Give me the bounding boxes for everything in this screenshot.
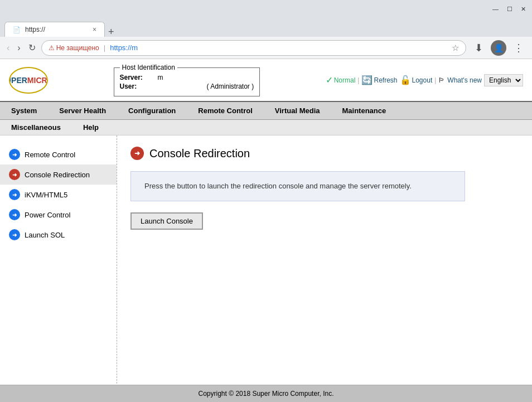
flag-icon: 🏳 [438,76,445,84]
maximize-button[interactable]: ☐ [505,5,514,13]
page-title: Console Redirection [149,147,250,160]
user-avatar[interactable]: 👤 [491,40,506,56]
title-arrow-icon: ➜ [134,149,140,157]
sub-nav-link-help[interactable]: Help [72,120,110,135]
server-value: m [158,74,163,81]
sidebar-item-console-redirection[interactable]: ➜ Console Redirection [0,164,117,185]
menu-button[interactable]: ⋮ [510,39,528,57]
info-text: Press the button to launch the redirecti… [144,182,412,190]
launch-console-button[interactable]: Launch Console [130,212,203,230]
browser-chrome: — ☐ ✕ 📄 https:// × + ‹ › ↻ ⚠ Не защищено… [0,0,532,59]
toolbar-right: ⬇ 👤 ⋮ [470,39,528,57]
page-title-row: ➜ Console Redirection [130,147,519,160]
sidebar-icon-console-redirection: ➜ [9,169,20,180]
sub-nav: Miscellaneous Help [0,120,532,135]
nav-link-system[interactable]: System [0,102,48,119]
sidebar-icon-launch-sol: ➜ [9,229,20,240]
refresh-link[interactable]: 🔄 Refresh [361,75,397,85]
sidebar-item-ikvm[interactable]: ➜ iKVM/HTML5 [0,185,117,205]
header-divider-2: | [434,76,436,84]
arrow-icon: ➜ [12,152,17,158]
user-row: User: ( Administrator ) [120,83,254,90]
status-text: Normal [334,76,356,84]
active-tab[interactable]: 📄 https:// × [4,22,105,37]
page-content: SUPERMICRO® Host Identification Server: … [0,59,532,392]
nav-link-virtual-media[interactable]: Virtual Media [264,102,331,119]
close-button[interactable]: ✕ [519,5,528,13]
main-content: ➜ Console Redirection Press the button t… [117,135,532,392]
download-button[interactable]: ⬇ [470,39,487,57]
security-warning: ⚠ Не защищено [49,44,99,52]
logo-text: SUPERMICRO® [9,76,48,85]
back-button[interactable]: ‹ [4,41,12,55]
sidebar-label-power-control: Power Control [25,211,70,219]
nav-link-remote-control[interactable]: Remote Control [187,102,264,119]
refresh-button[interactable]: ↻ [26,40,38,55]
sidebar-icon-remote-control: ➜ [9,149,20,160]
sidebar-label-remote-control: Remote Control [25,151,75,159]
avatar-icon: 👤 [494,43,504,52]
forward-button[interactable]: › [15,41,22,55]
menu-dots-icon: ⋮ [514,42,524,54]
sidebar-icon-ikvm: ➜ [9,189,20,200]
sidebar-label-launch-sol: Launch SOL [25,231,65,239]
status-normal: ✓ Normal [326,75,356,85]
browser-toolbar: ‹ › ↻ ⚠ Не защищено | https://m ☆ ⬇ 👤 ⋮ [0,37,532,59]
whats-new-link[interactable]: What's new [447,76,482,84]
browser-tabbar: 📄 https:// × + [0,18,532,37]
page-layout: ➜ Remote Control ➜ Console Redirection ➜… [0,135,532,392]
download-icon: ⬇ [475,42,483,54]
sub-nav-item-help[interactable]: Help [72,120,110,135]
logout-icon: 🔓 [400,75,411,85]
logo-box: SUPERMICRO® [9,67,48,94]
nav-link-maintenance[interactable]: Maintenance [331,102,397,119]
logout-link[interactable]: 🔓 Logout [400,75,433,85]
browser-titlebar: — ☐ ✕ [0,0,532,18]
language-select[interactable]: English [484,74,523,86]
arrow-icon-power: ➜ [12,212,17,218]
nav-item-system[interactable]: System [0,102,48,119]
server-row: Server: m [120,74,254,81]
sidebar-label-ikvm: iKVM/HTML5 [25,191,67,199]
logout-text: Logout [412,76,433,84]
arrow-icon-red: ➜ [12,172,17,178]
sub-nav-link-misc[interactable]: Miscellaneous [0,120,72,135]
new-tab-button[interactable]: + [108,27,114,37]
header-divider-1: | [357,76,359,84]
bookmark-star[interactable]: ☆ [452,43,459,53]
tab-close-button[interactable]: × [93,26,96,33]
site-header: SUPERMICRO® Host Identification Server: … [0,59,532,102]
main-nav: System Server Health Configuration Remot… [0,102,532,120]
user-label: User: [120,83,153,90]
sidebar: ➜ Remote Control ➜ Console Redirection ➜… [0,135,117,392]
status-check-icon: ✓ [326,75,333,85]
user-role: ( Administrator ) [207,83,254,90]
copyright-text: Copyright © 2018 Super Micro Computer, I… [199,390,334,398]
sidebar-icon-power-control: ➜ [9,209,20,220]
sidebar-item-power-control[interactable]: ➜ Power Control [0,205,117,225]
sidebar-item-launch-sol[interactable]: ➜ Launch SOL [0,225,117,245]
warning-text: Не защищено [56,44,99,52]
address-separator: | [104,43,105,52]
nav-item-virtual-media[interactable]: Virtual Media [264,102,331,119]
sidebar-label-console-redirection: Console Redirection [25,171,90,179]
nav-item-remote-control[interactable]: Remote Control [187,102,264,119]
nav-link-server-health[interactable]: Server Health [48,102,117,119]
nav-item-configuration[interactable]: Configuration [117,102,187,119]
info-box: Press the button to launch the redirecti… [130,171,465,201]
refresh-text: Refresh [374,76,397,84]
server-label: Server: [120,74,153,81]
tab-url-label: https:// [25,26,45,33]
header-right: ✓ Normal | 🔄 Refresh 🔓 Logout | 🏳 What's… [326,74,523,86]
nav-item-server-health[interactable]: Server Health [48,102,117,119]
nav-link-configuration[interactable]: Configuration [117,102,187,119]
whats-new-text: What's new [447,76,482,84]
address-bar[interactable]: ⚠ Не защищено | https://m ☆ [41,40,466,56]
refresh-icon: 🔄 [361,75,373,85]
host-id-legend: Host Identification [120,64,177,71]
sub-nav-item-misc[interactable]: Miscellaneous [0,120,72,135]
minimize-button[interactable]: — [491,5,500,13]
host-identification: Host Identification Server: m User: ( Ad… [114,64,260,96]
sidebar-item-remote-control[interactable]: ➜ Remote Control [0,144,117,164]
nav-item-maintenance[interactable]: Maintenance [331,102,397,119]
